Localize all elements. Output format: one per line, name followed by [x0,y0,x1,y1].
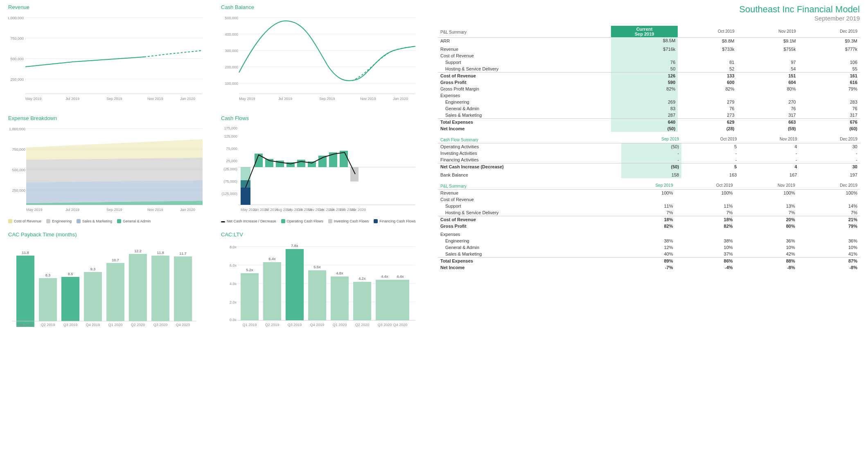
sm-label: Sales & Marketing [82,219,112,223]
ltv-bar-q2-2020 [353,282,371,320]
row-value: 616 [798,79,860,86]
row-value: 7% [735,209,798,216]
row-value: $733k [678,46,737,52]
row-value: 81 [678,59,737,66]
svg-text:175,000: 175,000 [224,126,237,130]
row-value: $8.5M [611,37,678,44]
cor-label: Cost of Revenue [14,219,41,223]
legend-ga: General & Admin [117,219,151,223]
cash-balance-title: Cash Balance [221,4,426,10]
row-value [735,231,798,238]
row-value: 126 [611,72,678,79]
row-value: 76 [611,59,678,66]
row-label: Engineering [438,238,613,244]
row-value: $9.1M [737,37,798,44]
row-value: 7% [798,209,860,216]
ltv-bar-q2-2019 [263,262,281,320]
cac-title: CAC Payback Time (months) [8,231,213,238]
row-value: 100% [613,189,675,196]
op-label: Operating Cash Flows [287,219,323,223]
svg-text:May 2019: May 2019 [25,97,42,101]
row-value: 5 [681,143,739,150]
row-value: 38% [676,238,735,244]
table-row: Gross Profit82%82%80%79% [438,223,860,229]
svg-text:Jul 2019: Jul 2019 [65,208,79,212]
svg-text:500,000: 500,000 [225,16,238,20]
row-value: 317 [737,112,798,119]
row-value: 151 [737,72,798,79]
row-value: 41% [798,251,860,258]
table-row: Total Expenses89%86%88%87% [438,257,860,264]
svg-text:Sep 2019: Sep 2019 [106,97,122,101]
cac-ltv-svg: 8.0x 6.0x 4.0x 2.0x 0.0x 5.2x [221,239,417,333]
table-row: Revenue100%100%100%100% [438,189,860,196]
row-value: (50) [621,143,681,150]
row-value: 18% [676,216,735,223]
svg-marker-40 [26,180,203,203]
svg-text:Sep 2019: Sep 2019 [319,97,335,101]
row-value [737,92,798,99]
row-value: -4% [676,264,735,271]
pl-pct-nov: Nov 2019 [735,181,798,190]
cac-bar-q2-2019 [39,278,57,321]
svg-text:8.0x: 8.0x [230,245,237,249]
cac-bar-q3-2019 [61,277,79,321]
table-row: Gross Profit590600604616 [438,79,860,86]
svg-text:8.5: 8.5 [68,272,73,276]
row-label: Revenue [438,189,613,196]
row-value: 38% [613,238,675,244]
row-value: 133 [678,72,737,79]
pl-pct-oct: Oct 2019 [676,181,735,190]
svg-text:4.0x: 4.0x [230,282,237,286]
cac-bar-q4-2019 [84,272,102,321]
ltv-bar-q4-2020 [391,280,409,320]
fin-label: Financing Cash Flows [379,219,416,223]
row-value: 629 [678,118,737,125]
revenue-chart-title: Revenue [8,4,213,10]
cac-bar-q2-2020 [129,254,147,321]
cac-bar-q4-2020 [174,256,192,321]
svg-text:Q1 2020: Q1 2020 [108,323,123,327]
row-value: 76 [798,105,860,112]
svg-text:0.0x: 0.0x [230,318,237,322]
row-value: 161 [798,72,860,79]
cf-col-oct: Oct 2019 [681,135,739,143]
row-value [676,231,735,238]
svg-text:9.3: 9.3 [90,267,96,271]
cf-section-label: Cash Flow Summary [438,135,621,143]
table-row: Total Expenses640629663676 [438,118,860,125]
cf-legend-op: Operating Cash Flows [281,219,323,223]
row-value: $8.8M [678,37,737,44]
ltv-bar-q1-2019 [241,273,259,320]
row-value: 640 [611,118,678,125]
svg-text:7.8x: 7.8x [291,244,298,248]
row-value: 4 [739,143,799,150]
svg-text:(75,000): (75,000) [223,179,237,184]
sm-dot [77,219,81,223]
row-value: $716k [611,46,678,52]
svg-text:Q1 2019: Q1 2019 [18,323,33,327]
expense-title: Expense Breakdown [8,115,213,121]
row-value: 676 [798,118,860,125]
row-value [613,196,675,203]
cf-legend-inv: Investing Cash Flows [328,219,369,223]
row-value: 83 [611,105,678,112]
row-value: - [621,156,681,163]
row-value: 167 [739,172,799,178]
svg-text:4.4x: 4.4x [381,274,388,279]
expense-chart: Expense Breakdown 1,000,000 750,000 500,… [8,115,213,223]
table-row: Cost of Revenue126133151161 [438,72,860,79]
row-value [678,92,737,99]
svg-text:Q2 2020: Q2 2020 [131,323,145,327]
row-value: 10% [735,244,798,251]
ga-label: General & Admin [123,219,151,223]
svg-text:(125,000): (125,000) [221,192,237,196]
row-value: 283 [798,99,860,105]
row-value: $777k [798,46,860,52]
row-label: Revenue [438,46,611,52]
table-row: Hosting & Service Delivery50525455 [438,66,860,73]
svg-text:200,000: 200,000 [225,65,238,69]
row-value: 82% [678,86,737,92]
svg-text:Nov 2019: Nov 2019 [147,208,163,212]
row-label: Engineering [438,99,611,105]
